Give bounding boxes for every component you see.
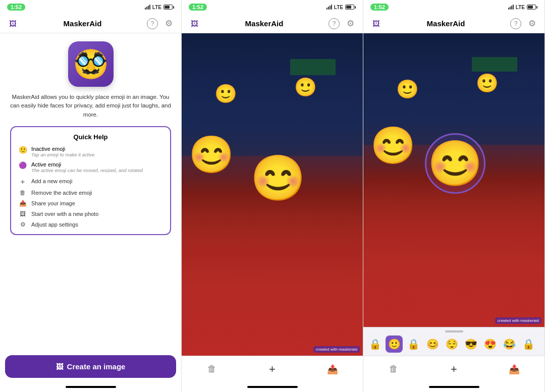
- emoji-laugh[interactable]: 😂: [501, 335, 518, 353]
- status-time-3: 1:52: [370, 4, 389, 11]
- screen-3: 1:52 LTE 🖼 MaskerAid ? ⚙: [363, 0, 545, 392]
- delete-button-2[interactable]: 🗑: [202, 359, 222, 379]
- emoji-lock-2[interactable]: 🔒: [405, 335, 422, 353]
- screen1-content: 🥸 MaskerAid allows you to quickly place …: [0, 33, 181, 382]
- status-bar-3: 1:52 LTE: [363, 0, 544, 14]
- status-time-1: 1:52: [7, 4, 25, 11]
- create-button-label: Create an image: [67, 362, 126, 371]
- emoji-lock-3[interactable]: 🔒: [520, 335, 537, 353]
- navbar-2: 🖼 MaskerAid ? ⚙: [182, 14, 363, 33]
- add-label: Add a new emoji: [31, 178, 72, 184]
- inactive-emoji-label: Inactive emoji: [31, 146, 94, 152]
- settings-label: Adjust app settings: [31, 221, 78, 228]
- watermark-3: created with maskeraid: [495, 317, 541, 324]
- emoji-lock-1[interactable]: 🔒: [366, 335, 384, 353]
- status-right-2: LTE: [326, 5, 356, 10]
- quick-help-box: Quick Help 🙂 Inactive emoji Tap an emoji…: [10, 126, 171, 235]
- status-time-2: 1:52: [189, 4, 207, 11]
- picker-handle-3: [445, 330, 463, 332]
- active-emoji-wrapper-3[interactable]: 😊: [425, 133, 485, 194]
- screen-1: 1:52 LTE 🖼 MaskerAid ? ⚙ 🥸: [0, 0, 182, 392]
- home-indicator-3: [363, 382, 544, 392]
- app-icon-emoji: 🥸: [73, 50, 108, 78]
- navbar-icons-1: ? ⚙: [147, 18, 174, 29]
- help-item-add: + Add a new emoji: [18, 177, 163, 186]
- battery-icon-3: [527, 5, 537, 10]
- photo-nav-icon-3[interactable]: 🖼: [370, 18, 382, 29]
- exit-sign-3: [472, 57, 517, 72]
- share-button-3[interactable]: 📤: [504, 359, 524, 379]
- home-indicator-1: [0, 382, 181, 392]
- lte-label-3: LTE: [516, 5, 525, 10]
- battery-icon-2: [345, 5, 356, 10]
- emoji-large-right-2[interactable]: 😊: [250, 156, 306, 200]
- watermark-2: created with maskeraid: [313, 346, 360, 353]
- active-emoji-label: Active emoji: [31, 161, 143, 167]
- active-emoji-face-3[interactable]: 😊: [427, 141, 483, 186]
- share-icon: 📤: [18, 200, 27, 207]
- inactive-emoji-icon: 🙂: [18, 146, 27, 154]
- emoji-sunglasses[interactable]: 😎: [462, 335, 479, 353]
- emoji-heart-eyes[interactable]: 😍: [481, 335, 499, 353]
- help-item-inactive: 🙂 Inactive emoji Tap an emoji to make it…: [18, 146, 163, 157]
- share-button-2[interactable]: 📤: [322, 359, 343, 379]
- emoji-small-right-2[interactable]: 🙂: [294, 78, 317, 96]
- emoji-smile-2[interactable]: 😊: [424, 335, 441, 353]
- emoji-large-left-2[interactable]: 😊: [189, 136, 234, 173]
- trash-icon: 🗑: [18, 189, 27, 196]
- emoji-relieved[interactable]: 😌: [443, 335, 460, 353]
- lte-label-2: LTE: [334, 5, 343, 10]
- navbar-title-2: MaskerAid: [245, 19, 284, 28]
- add-emoji-button-2[interactable]: +: [262, 359, 282, 379]
- status-bar-1: 1:52 LTE: [0, 0, 181, 14]
- navbar-title-3: MaskerAid: [427, 19, 465, 28]
- emoji-small-right-3[interactable]: 🙂: [476, 74, 499, 92]
- settings-icon-1[interactable]: ⚙: [163, 18, 174, 29]
- bottom-toolbar-3: 🗑 + 📤: [363, 356, 544, 382]
- photo-nav-icon-1[interactable]: 🖼: [7, 18, 18, 29]
- exit-sign-2: [290, 59, 336, 75]
- emoji-smiley-active[interactable]: 🙂: [386, 335, 403, 353]
- help-item-remove: 🗑 Remove the active emoji: [18, 189, 163, 196]
- signal-bars-3: [508, 5, 514, 10]
- emoji-small-left-3[interactable]: 🙂: [396, 80, 419, 98]
- quick-help-title: Quick Help: [18, 133, 163, 141]
- settings-icon-3[interactable]: ⚙: [526, 18, 537, 29]
- help-icon-3[interactable]: ?: [510, 18, 521, 29]
- create-button-icon: 🖼: [56, 363, 63, 371]
- app-description: MaskerAid allows you to quickly place em…: [10, 93, 171, 119]
- signal-bars-2: [326, 5, 332, 10]
- jersey-area-2: [182, 179, 363, 356]
- emoji-large-left-3[interactable]: 😊: [370, 127, 416, 163]
- share-label: Share your image: [31, 200, 75, 206]
- add-emoji-button-3[interactable]: +: [444, 359, 464, 379]
- help-item-share: 📤 Share your image: [18, 200, 163, 207]
- settings-help-icon: ⚙: [18, 221, 27, 228]
- help-item-active: 🟣 Active emoji The active emoji can be m…: [18, 161, 163, 173]
- signal-bars-1: [145, 5, 150, 10]
- active-emoji-icon: 🟣: [18, 161, 27, 169]
- newphoto-label: Start over with a new photo: [31, 211, 98, 217]
- lte-label-1: LTE: [152, 5, 161, 10]
- help-icon-2[interactable]: ?: [329, 18, 340, 29]
- navbar-3: 🖼 MaskerAid ? ⚙: [363, 14, 544, 33]
- navbar-title-1: MaskerAid: [64, 19, 102, 28]
- navbar-1: 🖼 MaskerAid ? ⚙: [0, 14, 181, 33]
- emoji-small-left-2[interactable]: 🙂: [214, 85, 237, 103]
- settings-icon-2[interactable]: ⚙: [345, 18, 356, 29]
- help-icon-1[interactable]: ?: [147, 18, 158, 29]
- remove-label: Remove the active emoji: [31, 190, 92, 196]
- photo-nav-icon-2[interactable]: 🖼: [189, 18, 200, 29]
- photo-area-3[interactable]: 🙂 🙂 😊 😊 created with maskeraid: [363, 33, 544, 327]
- create-image-button[interactable]: 🖼 Create an image: [5, 355, 176, 378]
- battery-icon-1: [164, 5, 174, 10]
- status-right-1: LTE: [145, 5, 174, 10]
- help-item-newphoto: 🖼 Start over with a new photo: [18, 210, 163, 217]
- active-emoji-sublabel: The active emoji can be moved, resized, …: [31, 167, 143, 173]
- bottom-toolbar-2: 🗑 + 📤: [182, 356, 363, 382]
- photo-area-2[interactable]: 🙂 🙂 😊 😊 created with maskeraid: [182, 33, 363, 356]
- app-icon: 🥸: [68, 41, 114, 87]
- status-right-3: LTE: [508, 5, 537, 10]
- inactive-emoji-sublabel: Tap an emoji to make it active: [31, 152, 94, 157]
- delete-button-3[interactable]: 🗑: [384, 359, 404, 379]
